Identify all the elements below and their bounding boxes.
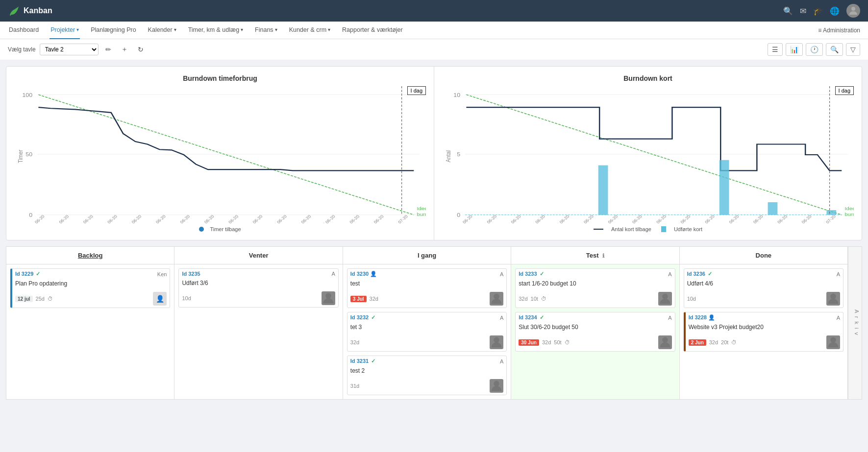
burndown-hours-day-btn[interactable]: I dag [407,86,426,95]
nav-finans[interactable]: Finans ▾ [254,22,278,39]
card-3236-id: Id 3236 ✓ [687,271,712,277]
card-3234-title: Slut 30/6-20 budget 50 [519,324,671,331]
svg-point-63 [494,381,499,387]
card-3231[interactable]: Id 3231 ✓ A test 2 31d [347,356,507,395]
burndown-cards-title: Burndown kort [442,74,854,82]
card-3236-header: Id 3236 ✓ A [684,269,843,279]
search-icon[interactable]: 🔍 [783,6,793,16]
nav-projekter[interactable]: Projekter ▾ [50,22,80,39]
card-3234[interactable]: Id 3234 ✓ A Slut 30/6-20 budget 50 30 Ju… [515,312,675,352]
card-3228[interactable]: Id 3228 👤 A Website v3 Projekt budget20 … [684,312,843,352]
chart-view-button[interactable]: 📊 [786,43,803,56]
card-3231-assignee: A [500,358,503,364]
svg-rect-38 [719,160,729,215]
globe-icon[interactable]: 🌐 [830,6,840,16]
card-3235-title: Udført 3/6 [182,280,335,286]
svg-text:03-06-20: 03-06-20 [77,214,94,223]
card-3234-id: Id 3234 ✓ [519,314,544,321]
archive-strip[interactable]: A r k i v [848,247,862,399]
card-3228-days: 32d [709,339,718,345]
card-3231-footer: 31d [347,377,506,395]
burndown-hours-title: Burndown timeforbrug [14,74,426,82]
card-3236-body: Udført 4/6 [684,279,843,290]
card-3230-footer: 3 Jul 32d [347,290,506,308]
svg-text:5: 5 [457,152,460,157]
svg-point-64 [662,294,668,300]
card-3229[interactable]: Id 3229 ✓ Ken Plan Pro opdatering 12 jul… [10,268,170,308]
burndown-cards-day-btn[interactable]: I dag [835,86,854,95]
test-info-icon: ℹ [602,253,604,259]
svg-text:23-06-20: 23-06-20 [368,214,385,223]
nav-timer[interactable]: Timer, km & udlæg ▾ [187,22,244,39]
card-3234-avatar [658,335,672,349]
svg-text:11-06-20: 11-06-20 [223,214,240,223]
history-button[interactable]: 🕐 [806,43,823,56]
search-button[interactable]: 🔍 [826,43,843,56]
svg-point-62 [494,337,499,343]
svg-text:19-06-20: 19-06-20 [344,214,361,223]
inbox-icon[interactable]: ✉ [800,6,806,16]
card-3232-assignee: A [500,315,503,321]
nav-planlægning[interactable]: Planlægning Pro [90,22,137,39]
svg-point-67 [830,337,836,343]
toolbar-right: ☰ 📊 🕐 🔍 ▽ [768,43,860,56]
card-3229-days: 25d [36,296,45,302]
burndown-cards-panel: Burndown kort I dag 10 5 0 Antal [434,67,862,240]
user-avatar[interactable] [846,4,860,18]
refresh-button[interactable]: ↻ [135,44,147,55]
done-cards: Id 3236 ✓ A Udført 4/6 10d [680,264,847,399]
select-board-label: Vælg tavle [8,46,36,53]
svg-text:0: 0 [457,213,460,218]
svg-text:05-06-20: 05-06-20 [126,214,143,223]
add-button[interactable]: ＋ [118,44,131,55]
card-3233-avatar [658,292,672,306]
graduation-icon[interactable]: 🎓 [813,6,823,16]
svg-point-65 [662,337,668,343]
svg-point-0 [851,7,855,11]
top-nav-right: 🔍 ✉ 🎓 🌐 [783,4,860,18]
card-3231-body: test 2 [347,366,506,377]
nav-kalender[interactable]: Kalender ▾ [147,22,177,39]
col-header-i-gang: I gang [343,247,511,264]
card-3229-header: Id 3229 ✓ Ken [12,269,170,279]
nav-dashboard[interactable]: Dashboard [8,22,40,39]
svg-text:17-06-20: 17-06-20 [320,214,336,223]
burndown-hours-svg: 100 50 0 Timer Ideel burn 01-06-20 [14,86,426,223]
card-3236-avatar [826,292,840,306]
card-3231-days: 31d [350,383,359,389]
nav-rapporter[interactable]: Rapporter & værktøjer [341,22,404,39]
kanban-col-backlog: Backlog Id 3229 ✓ Ken Plan Pro opdaterin… [6,247,174,399]
card-3231-title: test 2 [350,367,503,374]
svg-text:10: 10 [453,92,460,97]
board-select[interactable]: Tavle 2 [40,44,99,55]
card-3228-assignee: A [837,315,840,321]
card-3230-date: 3 Jul [350,296,367,302]
burndown-cards-svg: 10 5 0 Antal [442,86,854,223]
card-3232[interactable]: Id 3232 ✓ A tet 3 32d [347,312,507,352]
card-3229-date: 12 jul [15,296,33,302]
list-view-button[interactable]: ☰ [768,43,783,56]
card-3236-days: 10d [687,296,696,302]
secondary-nav: Dashboard Projekter ▾ Planlægning Pro Ka… [0,22,868,39]
top-nav: Kanban 🔍 ✉ 🎓 🌐 [0,0,868,22]
card-3235-avatar [322,291,335,305]
card-3230[interactable]: Id 3230 👤 A test 3 Jul 32d [347,268,507,308]
card-3233[interactable]: Id 3233 ✓ A start 1/6-20 budget 10 32d 1… [515,268,675,308]
svg-point-61 [494,294,499,300]
nav-kunder[interactable]: Kunder & crm ▾ [288,22,331,39]
legend-antal-label: Antal kort tilbage [611,226,651,232]
card-3228-id: Id 3228 👤 [689,314,715,321]
svg-text:11-06-20: 11-06-20 [626,214,643,223]
card-3235[interactable]: Id 3235 A Udført 3/6 10d [178,268,338,308]
burndown-hours-chart: I dag 100 50 0 Timer Ideel b [14,86,426,223]
card-3236[interactable]: Id 3236 ✓ A Udført 4/6 10d [684,268,843,308]
card-3234-header: Id 3234 ✓ A [516,312,674,323]
admin-link[interactable]: ≡ Administration [818,27,860,34]
kanban-col-i-gang: I gang Id 3230 👤 A test 3 Jul 32d [343,247,511,399]
card-3233-header: Id 3233 ✓ A [516,269,674,279]
card-3232-avatar [490,335,503,349]
filter-button[interactable]: ▽ [846,43,860,56]
card-3229-title: Plan Pro opdatering [15,280,167,287]
edit-button[interactable]: ✏ [102,44,114,55]
archive-label: A r k i v [854,309,860,336]
